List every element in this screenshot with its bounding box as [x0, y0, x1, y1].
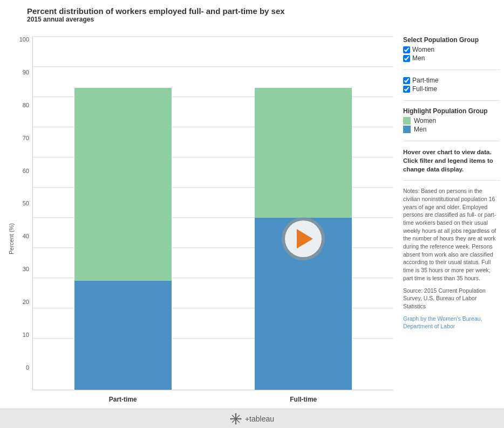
x-labels: Part-time Full-time — [32, 390, 393, 403]
x-label-fulltime: Full-time — [290, 396, 317, 403]
select-group-title: Select Population Group — [403, 36, 500, 44]
footer: +tableau — [0, 409, 504, 428]
divider-4 — [403, 180, 500, 181]
checkbox-women-label: Women — [412, 46, 434, 53]
source-text: Source: 2015 Current Population Survey, … — [403, 287, 500, 310]
y-tick-10: 10 — [23, 332, 29, 338]
chart-main: Percent (%) 100 90 80 70 60 50 40 30 20 … — [0, 31, 399, 409]
svg-point-6 — [235, 423, 236, 424]
y-axis-label: Percent (%) — [8, 223, 15, 254]
select-type-section: Part-time Full-time — [403, 77, 500, 94]
gridline-100 — [33, 36, 393, 37]
y-tick-60: 60 — [23, 168, 29, 174]
tableau-icon — [230, 413, 242, 425]
bar-stack-fulltime — [255, 88, 352, 390]
y-tick-20: 20 — [23, 299, 29, 305]
hover-note: Hover over chart to view data. Click fil… — [403, 148, 500, 174]
y-axis: Percent (%) 100 90 80 70 60 50 40 30 20 … — [5, 36, 32, 403]
y-ticks: 100 90 80 70 60 50 40 30 20 10 0 — [19, 36, 29, 387]
select-group-section: Select Population Group Women Men — [403, 36, 500, 63]
checkbox-men-input[interactable] — [403, 55, 410, 62]
notes-text: Notes: Based on persons in the civilian … — [403, 187, 500, 282]
checkbox-fulltime-input[interactable] — [403, 86, 410, 93]
bar-green-fulltime — [255, 88, 352, 218]
checkbox-fulltime[interactable]: Full-time — [403, 85, 500, 93]
y-tick-40: 40 — [23, 233, 29, 239]
y-tick-100: 100 — [19, 36, 29, 43]
gridline-90 — [33, 66, 393, 67]
bar-green-parttime — [74, 88, 172, 281]
chart-title: Percent distribution of workers employed… — [27, 6, 499, 16]
svg-point-5 — [235, 413, 236, 415]
checkbox-parttime-input[interactable] — [403, 77, 410, 84]
bar-group-fulltime — [249, 88, 357, 390]
legend-label-men: Men — [414, 126, 426, 133]
legend-color-women — [403, 117, 411, 125]
svg-point-8 — [240, 418, 241, 419]
bars-canvas — [32, 36, 393, 390]
tableau-text: +tableau — [245, 415, 274, 423]
svg-point-7 — [230, 418, 231, 419]
highlight-group-section: Highlight Population Group Women Men — [403, 107, 500, 134]
legend-women[interactable]: Women — [403, 117, 500, 125]
svg-point-4 — [235, 418, 237, 420]
tableau-logo: +tableau — [230, 413, 274, 425]
y-tick-80: 80 — [23, 102, 29, 108]
title-block: Percent distribution of workers employed… — [0, 0, 504, 25]
chart-area: Percent (%) 100 90 80 70 60 50 40 30 20 … — [0, 25, 504, 409]
graph-by-text: Graph by the Women's Bureau, Department … — [403, 315, 500, 330]
legend-label-women: Women — [414, 117, 436, 125]
checkbox-fulltime-label: Full-time — [412, 85, 437, 93]
legend-color-men — [403, 126, 411, 133]
divider-2 — [403, 100, 500, 101]
chart-body: Percent (%) 100 90 80 70 60 50 40 30 20 … — [5, 36, 393, 409]
y-tick-70: 70 — [23, 135, 29, 141]
notes-body: Based on persons in the civilian noninst… — [403, 188, 496, 281]
notes-label: Notes: — [403, 188, 421, 194]
divider-3 — [403, 141, 500, 141]
sidebar: Select Population Group Women Men Part-t… — [399, 31, 504, 409]
legend-men[interactable]: Men — [403, 126, 500, 133]
divider-1 — [403, 70, 500, 70]
checkbox-women-input[interactable] — [403, 46, 410, 53]
y-tick-0: 0 — [26, 364, 29, 371]
checkbox-parttime[interactable]: Part-time — [403, 77, 500, 84]
main-container: Percent distribution of workers employed… — [0, 0, 504, 428]
checkbox-men[interactable]: Men — [403, 54, 500, 62]
y-tick-50: 50 — [23, 200, 29, 206]
x-label-parttime: Part-time — [109, 396, 137, 403]
chart-subtitle: 2015 annual averages — [27, 16, 499, 23]
bar-stack-parttime — [74, 88, 172, 390]
y-tick-90: 90 — [23, 69, 29, 75]
highlight-group-title: Highlight Population Group — [403, 107, 500, 115]
bar-blue-fulltime — [255, 218, 352, 390]
checkbox-men-label: Men — [412, 54, 425, 62]
y-tick-30: 30 — [23, 266, 29, 272]
checkbox-women[interactable]: Women — [403, 46, 500, 53]
bar-blue-parttime — [74, 281, 172, 390]
checkbox-parttime-label: Part-time — [412, 77, 439, 84]
bar-group-parttime — [69, 88, 177, 390]
